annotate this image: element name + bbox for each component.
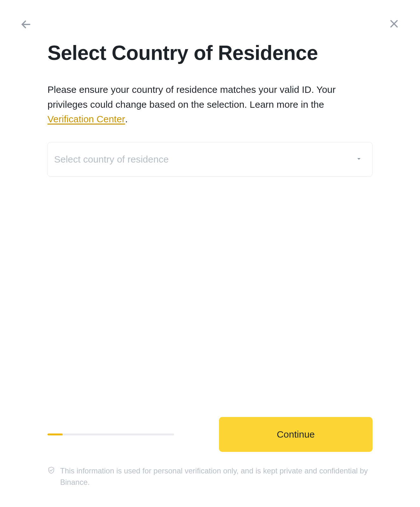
- shield-check-icon: [47, 466, 55, 475]
- description-suffix: .: [125, 114, 128, 124]
- back-button[interactable]: [20, 18, 32, 31]
- continue-button[interactable]: Continue: [219, 417, 373, 452]
- chevron-down-icon: [355, 155, 363, 164]
- progress-bar: [47, 433, 174, 435]
- progress-continue-row: Continue: [47, 417, 373, 452]
- modal-container: Select Country of Residence Please ensur…: [0, 0, 420, 507]
- arrow-left-icon: [20, 19, 32, 31]
- close-button[interactable]: [388, 18, 400, 30]
- progress-fill: [47, 433, 63, 435]
- description-text: Please ensure your country of residence …: [47, 82, 373, 127]
- verification-center-link[interactable]: Verification Center: [47, 114, 125, 124]
- description-prefix: Please ensure your country of residence …: [47, 84, 336, 110]
- privacy-notice: This information is used for personal ve…: [47, 465, 373, 488]
- page-title: Select Country of Residence: [47, 41, 373, 65]
- country-select[interactable]: Select country of residence: [47, 142, 373, 177]
- close-icon: [389, 18, 399, 30]
- privacy-text: This information is used for personal ve…: [60, 465, 373, 488]
- select-placeholder: Select country of residence: [54, 154, 355, 165]
- bottom-section: Continue This information is used for pe…: [47, 417, 373, 488]
